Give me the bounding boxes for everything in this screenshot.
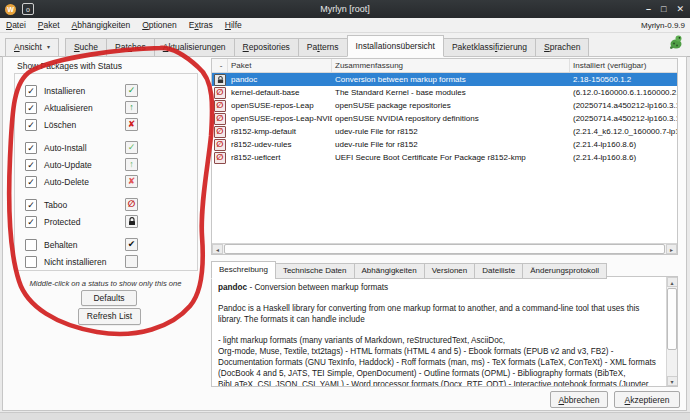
checkbox-auto-update[interactable]: ✓	[25, 159, 37, 171]
checkbox-taboo[interactable]: ✓	[25, 199, 37, 211]
tab-repositories[interactable]: Repositories	[234, 38, 299, 57]
tab-versionen[interactable]: Versionen	[424, 263, 476, 279]
scrollbar-thumb[interactable]	[667, 288, 677, 350]
menu-paket[interactable]: Paket	[32, 20, 66, 30]
tab-aktualisierungen[interactable]: Aktualisierungen	[154, 38, 235, 57]
package-version: (2.21.4-lp160.8.6)	[570, 153, 677, 162]
description-text: pandoc - Conversion between markup forma…	[218, 282, 663, 386]
tab-abhaengigkeiten[interactable]: Abhängigkeiten	[354, 263, 425, 279]
title-bar: W o Myrlyn [root] – □ ✕	[0, 0, 690, 18]
main-tab-bar: Ansicht ▾ Suche Patches Aktualisierungen…	[0, 33, 690, 57]
tab-paketklassifizierung[interactable]: Paketklassifizierung	[443, 38, 536, 57]
status-taboo-icon: ∅	[214, 87, 226, 99]
filter-row-loeschen[interactable]: ✓ Löschen ✘	[25, 117, 197, 132]
content-area: Show Packages with Status ✓ Installieren…	[2, 56, 687, 411]
table-row[interactable]: pandoc Conversion between markup formats…	[212, 73, 677, 86]
table-row[interactable]: ∅ r8152-ueficert UEFI Secure Boot Certif…	[212, 151, 677, 164]
column-paket[interactable]: Paket	[228, 59, 332, 72]
close-button[interactable]: ✕	[676, 4, 684, 14]
checkbox-loeschen[interactable]: ✓	[25, 119, 37, 131]
status-taboo-icon[interactable]: ∅	[125, 198, 138, 211]
tab-patterns[interactable]: Patterns	[298, 38, 348, 57]
filter-row-auto-update[interactable]: ✓ Auto-Update ↑	[25, 157, 197, 172]
status-taboo-icon: ∅	[214, 126, 226, 138]
menu-hilfe[interactable]: Hilfe	[219, 20, 248, 30]
table-row[interactable]: ∅ openSUSE-repos-Leap-NVIDIA openSUSE NV…	[212, 112, 677, 125]
status-keep-icon[interactable]: ✔	[125, 238, 138, 251]
package-summary: Conversion between markup formats	[332, 75, 570, 84]
checkbox-nicht-installieren[interactable]	[25, 256, 37, 268]
vertical-scrollbar[interactable]: ▴ ▾	[666, 277, 677, 386]
scrollbar-thumb[interactable]	[224, 244, 665, 254]
package-version: (2.21.4-lp160.8.6)	[570, 140, 677, 149]
status-install-icon[interactable]: ✓	[125, 84, 138, 97]
filter-row-behalten[interactable]: Behalten ✔	[25, 237, 197, 252]
status-auto-update-icon[interactable]: ↑	[125, 158, 138, 171]
menu-abhaengigkeiten[interactable]: Abhängigkeiten	[66, 20, 137, 30]
checkbox-auto-install[interactable]: ✓	[25, 142, 37, 154]
scroll-up-icon[interactable]: ▴	[667, 277, 678, 287]
checkbox-installieren[interactable]: ✓	[25, 85, 37, 97]
checkbox-aktualisieren[interactable]: ✓	[25, 102, 37, 114]
window-bottom-edge	[0, 412, 690, 420]
defaults-button[interactable]: Defaults	[81, 290, 137, 306]
package-version: (20250714.a450212-lp160.3.1)	[570, 114, 677, 123]
table-row[interactable]: ∅ openSUSE-repos-Leap openSUSE package r…	[212, 99, 677, 112]
package-summary: openSUSE NVIDIA repository definitions	[332, 114, 570, 123]
cancel-button[interactable]: Abbrechen	[550, 391, 608, 408]
table-row[interactable]: ∅ kernel-default-base The Standard Kerne…	[212, 86, 677, 99]
checkbox-protected[interactable]: ✓	[25, 216, 37, 228]
filter-row-nicht-installieren[interactable]: Nicht installieren	[25, 254, 197, 269]
status-auto-install-icon[interactable]: ✓	[125, 141, 138, 154]
scroll-down-icon[interactable]: ▾	[667, 376, 678, 386]
chevron-down-icon: ▾	[47, 39, 50, 56]
menu-extras[interactable]: Extras	[183, 20, 219, 30]
package-name: openSUSE-repos-Leap	[228, 101, 332, 110]
column-status[interactable]: -	[212, 59, 228, 72]
status-do-not-install-icon[interactable]	[125, 255, 138, 268]
status-auto-delete-icon[interactable]: ✘	[125, 175, 138, 188]
filter-row-protected[interactable]: ✓ Protected	[25, 214, 197, 229]
tab-ansicht-dropdown[interactable]: Ansicht ▾	[5, 38, 59, 57]
package-summary: UEFI Secure Boot Certificate For Package…	[332, 153, 570, 162]
tab-installationsuebersicht[interactable]: Installationsübersicht	[347, 35, 444, 57]
scroll-left-icon[interactable]: ◂	[212, 244, 223, 254]
horizontal-scrollbar[interactable]: ◂ ▸	[212, 243, 677, 254]
filter-row-auto-delete[interactable]: ✓ Auto-Delete ✘	[25, 174, 197, 189]
column-installiert[interactable]: Installiert (verfügbar)	[570, 59, 677, 72]
accept-button[interactable]: Akzeptieren	[614, 391, 680, 408]
refresh-list-button[interactable]: Refresh List	[78, 308, 141, 325]
tab-sprachen[interactable]: Sprachen	[535, 38, 589, 57]
tab-dateiliste[interactable]: Dateiliste	[474, 263, 523, 279]
scroll-right-icon[interactable]: ▸	[666, 244, 677, 254]
table-header[interactable]: - Paket Zusammenfassung Installiert (ver…	[212, 59, 677, 73]
status-update-icon[interactable]: ↑	[125, 101, 138, 114]
menu-optionen[interactable]: Optionen	[136, 20, 183, 30]
status-taboo-icon: ∅	[214, 113, 226, 125]
filter-row-aktualisieren[interactable]: ✓ Aktualisieren ↑	[25, 100, 197, 115]
tab-patches[interactable]: Patches	[106, 38, 155, 57]
filter-row-installieren[interactable]: ✓ Installieren ✓	[25, 83, 197, 98]
middle-click-hint: Middle-click on a status to show only th…	[3, 279, 208, 288]
table-row[interactable]: ∅ r8152-udev-rules udev-rule File for r8…	[212, 138, 677, 151]
column-zusammenfassung[interactable]: Zusammenfassung	[332, 59, 570, 72]
package-summary: udev-rule File for r8152	[332, 127, 570, 136]
status-delete-icon[interactable]: ✘	[125, 118, 138, 131]
package-summary: The Standard Kernel - base modules	[332, 88, 570, 97]
maximize-button[interactable]: □	[661, 4, 666, 14]
app-version-label: Myrlyn-0.9.9	[641, 21, 685, 30]
filter-row-taboo[interactable]: ✓ Taboo ∅	[25, 197, 197, 212]
filter-row-auto-install[interactable]: ✓ Auto-Install ✓	[25, 140, 197, 155]
tab-beschreibung[interactable]: Beschreibung	[211, 261, 276, 279]
tab-suche[interactable]: Suche	[65, 38, 107, 57]
tab-aenderungsprotokoll[interactable]: Änderungsprotokoll	[522, 263, 607, 279]
status-protected-lock-icon[interactable]	[125, 215, 138, 228]
package-table: - Paket Zusammenfassung Installiert (ver…	[211, 58, 678, 255]
menu-datei[interactable]: Datei	[0, 20, 32, 30]
checkbox-auto-delete[interactable]: ✓	[25, 176, 37, 188]
checkbox-behalten[interactable]	[25, 239, 37, 251]
table-row[interactable]: ∅ r8152-kmp-default udev-rule File for r…	[212, 125, 677, 138]
status-taboo-icon: ∅	[214, 152, 226, 164]
tab-technische-daten[interactable]: Technische Daten	[275, 263, 355, 279]
minimize-button[interactable]: –	[646, 4, 651, 14]
